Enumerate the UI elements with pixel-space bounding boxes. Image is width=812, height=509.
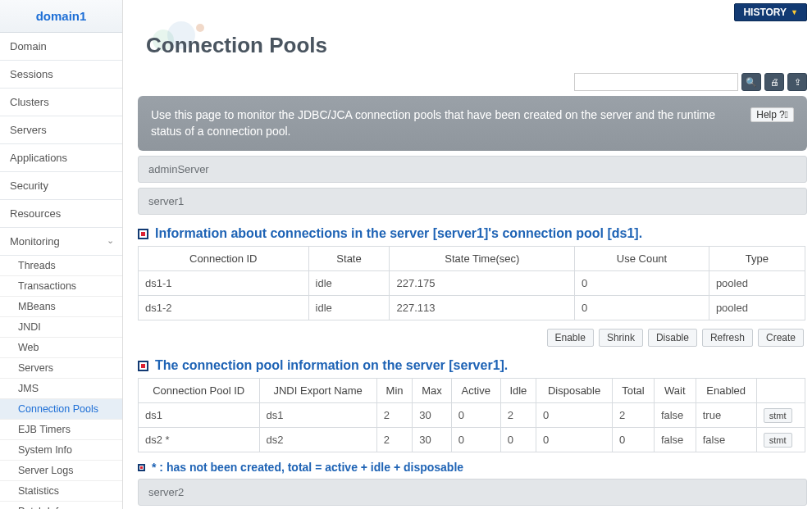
table-row[interactable]: ds1ds12300202falsetruestmt	[139, 403, 805, 428]
cell-time: 227.175	[390, 271, 575, 296]
cell-enabled: false	[696, 428, 756, 452]
cell-min: 2	[376, 428, 412, 452]
cell-use: 0	[575, 271, 709, 296]
enable-button[interactable]: Enable	[547, 329, 594, 347]
cell-type: pooled	[709, 296, 805, 320]
stmt-button[interactable]: stmt	[764, 433, 792, 448]
server-row-server2[interactable]: server2	[138, 479, 807, 506]
subnav-threads[interactable]: Threads	[0, 256, 122, 276]
cell-idle: 0	[500, 428, 536, 452]
history-label: HISTORY	[743, 7, 787, 18]
nav-item-applications[interactable]: Applications	[0, 144, 122, 172]
cell-id: ds1-2	[139, 296, 309, 320]
nav-item-resources[interactable]: Resources	[0, 200, 122, 228]
cell-time: 227.113	[390, 296, 575, 320]
cell-type: pooled	[709, 271, 805, 296]
cell-idle: 2	[500, 403, 536, 428]
connections-table: Connection IDStateState Time(sec)Use Cou…	[138, 246, 805, 320]
subnav-transactions[interactable]: Transactions	[0, 276, 122, 297]
cell-id: ds2 *	[139, 428, 260, 452]
cell-action: stmt	[756, 428, 805, 452]
shrink-button[interactable]: Shrink	[599, 329, 643, 347]
col-header: Total	[613, 379, 655, 403]
cell-id: ds1	[139, 403, 260, 428]
cell-id: ds1-1	[139, 271, 309, 296]
history-button[interactable]: HISTORY ▼	[734, 3, 807, 21]
subnav-patch-info[interactable]: Patch Info	[0, 502, 122, 509]
page-title: Connection Pools	[138, 23, 812, 73]
stmt-button[interactable]: stmt	[764, 408, 792, 423]
disable-button[interactable]: Disable	[648, 329, 697, 347]
export-xml-icon[interactable]: ⇪	[787, 73, 807, 91]
info-banner: Use this page to monitor the JDBC/JCA co…	[138, 96, 807, 151]
subnav-statistics[interactable]: Statistics	[0, 481, 122, 502]
nav-item-servers[interactable]: Servers	[0, 116, 122, 144]
cell-enabled: true	[696, 403, 756, 428]
cell-state: idle	[308, 296, 390, 320]
note-text: * : has not been created, total = active…	[152, 461, 463, 474]
col-header: State Time(sec)	[390, 247, 575, 271]
col-header	[756, 379, 805, 403]
nav-item-clusters[interactable]: Clusters	[0, 89, 122, 116]
col-header: Connection ID	[139, 247, 309, 271]
table-row[interactable]: ds1-2idle227.1130pooled	[139, 296, 805, 320]
nav-item-sessions[interactable]: Sessions	[0, 61, 122, 89]
subnav-connection-pools[interactable]: Connection Pools	[0, 399, 122, 420]
cell-active: 0	[451, 403, 500, 428]
subnav-system-info[interactable]: System Info	[0, 440, 122, 461]
help-label: Help	[756, 109, 777, 120]
banner-text: Use this page to monitor the JDBC/JCA co…	[151, 107, 741, 139]
table-row[interactable]: ds1-1idle227.1750pooled	[139, 271, 805, 296]
cell-state: idle	[308, 271, 390, 296]
print-icon[interactable]: 🖨	[764, 73, 784, 91]
create-button[interactable]: Create	[758, 329, 804, 347]
chevron-down-icon: ⌄	[107, 235, 114, 246]
col-header: Connection Pool ID	[139, 379, 260, 403]
section2-title: The connection pool information on the s…	[155, 358, 508, 373]
cell-max: 30	[413, 403, 452, 428]
cell-min: 2	[376, 403, 412, 428]
sidebar-domain-title[interactable]: domain1	[0, 0, 122, 33]
section-marker-icon	[138, 361, 148, 371]
nav-item-security[interactable]: Security	[0, 172, 122, 200]
sidebar: domain1 DomainSessionsClustersServersApp…	[0, 0, 123, 509]
help-icon: ?⃣	[779, 109, 788, 120]
cell-total: 2	[613, 403, 655, 428]
note-marker-icon	[138, 464, 145, 471]
server-row-adminserver[interactable]: adminServer	[138, 156, 807, 183]
search-input[interactable]	[574, 73, 738, 91]
subnav-server-logs[interactable]: Server Logs	[0, 461, 122, 481]
search-icon[interactable]: 🔍	[741, 73, 761, 91]
table-row[interactable]: ds2 *ds22300000falsefalsestmt	[139, 428, 805, 452]
main-content: HISTORY ▼ Connection Pools 🔍 🖨 ⇪ Use thi…	[123, 0, 812, 509]
cell-action: stmt	[756, 403, 805, 428]
subnav-servers[interactable]: Servers	[0, 358, 122, 379]
subnav-mbeans[interactable]: MBeans	[0, 297, 122, 317]
col-header: Use Count	[575, 247, 709, 271]
help-button[interactable]: Help ?⃣	[750, 107, 794, 122]
col-header: Active	[451, 379, 500, 403]
col-header: Disposable	[536, 379, 613, 403]
section-marker-icon	[138, 229, 148, 239]
refresh-button[interactable]: Refresh	[702, 329, 753, 347]
chevron-down-icon: ▼	[791, 8, 798, 16]
cell-jndi: ds2	[259, 428, 376, 452]
col-header: JNDI Export Name	[259, 379, 376, 403]
section1-title: Information about connections in the ser…	[155, 226, 642, 241]
cell-jndi: ds1	[259, 403, 376, 428]
cell-use: 0	[575, 296, 709, 320]
col-header: Type	[709, 247, 805, 271]
col-header: Max	[413, 379, 452, 403]
cell-wait: false	[654, 428, 696, 452]
subnav-ejb-timers[interactable]: EJB Timers	[0, 420, 122, 440]
nav-item-domain[interactable]: Domain	[0, 33, 122, 61]
nav-item-monitoring[interactable]: Monitoring⌄	[0, 228, 122, 256]
col-header: Enabled	[696, 379, 756, 403]
subnav-jms[interactable]: JMS	[0, 379, 122, 399]
col-header: Min	[376, 379, 412, 403]
cell-max: 30	[413, 428, 452, 452]
server-row-server1[interactable]: server1	[138, 188, 807, 215]
subnav-web[interactable]: Web	[0, 338, 122, 358]
cell-active: 0	[451, 428, 500, 452]
subnav-jndi[interactable]: JNDI	[0, 317, 122, 338]
